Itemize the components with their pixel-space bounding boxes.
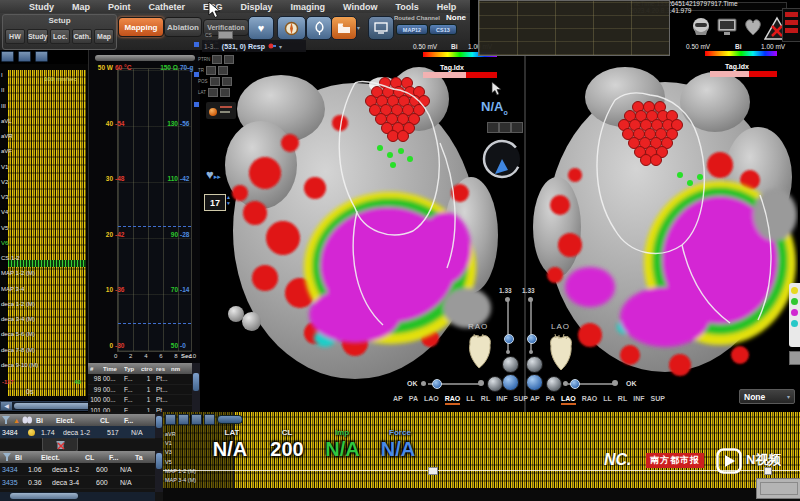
- ecg-channel-label[interactable]: II: [1, 87, 63, 93]
- menu-item[interactable]: Window: [334, 2, 386, 12]
- orient-ap[interactable]: AP: [393, 395, 403, 405]
- ecg-channel-label[interactable]: V1: [1, 164, 63, 170]
- setup-tab[interactable]: Cath.: [72, 29, 92, 44]
- tool-icon[interactable]: [178, 414, 189, 425]
- menu-item[interactable]: Study: [20, 2, 63, 12]
- points-table-header[interactable]: # Time Typ ctro res nm: [88, 363, 200, 374]
- slider-handle[interactable]: [432, 379, 442, 389]
- gain-slider[interactable]: [217, 415, 243, 424]
- setup-tab[interactable]: Study: [27, 29, 48, 44]
- menu-item[interactable]: Help: [428, 2, 466, 12]
- column-header[interactable]: #: [88, 366, 103, 372]
- toggle-checkbox[interactable]: [220, 88, 230, 97]
- table-row[interactable]: 9900... F...1 Pt...: [88, 385, 200, 396]
- orient-ll[interactable]: LL: [466, 395, 475, 405]
- location-setup-button[interactable]: [277, 16, 306, 40]
- trash-tab[interactable]: [42, 438, 78, 452]
- routed-button-map12[interactable]: MAP12: [396, 24, 428, 35]
- compass-option[interactable]: [511, 122, 523, 133]
- ecg-channel-label[interactable]: MAP 3-4: [1, 286, 63, 292]
- ecg-channel-label[interactable]: deca 5-6 (M): [1, 331, 63, 337]
- tag-legend-panel[interactable]: [789, 283, 800, 347]
- column-header[interactable]: Elect.: [41, 454, 85, 461]
- orient-rao[interactable]: RAO: [582, 395, 598, 405]
- ecg-channel-label[interactable]: deca 1-2 (M): [1, 301, 63, 307]
- view-indicator[interactable]: [194, 42, 199, 47]
- orient-rl[interactable]: RL: [618, 395, 627, 405]
- patient-head-icon[interactable]: [690, 16, 712, 38]
- column-header[interactable]: F...: [109, 454, 135, 461]
- zoom-slider[interactable]: [507, 298, 509, 353]
- menu-item[interactable]: Point: [99, 2, 140, 12]
- setup-tab[interactable]: Loc.: [50, 29, 70, 44]
- filter-icon[interactable]: [2, 416, 11, 425]
- toggle-checkbox[interactable]: [210, 77, 220, 86]
- window-icon[interactable]: [1, 51, 14, 62]
- column-header[interactable]: nm: [171, 366, 183, 372]
- orient-sup[interactable]: SUP: [650, 395, 664, 405]
- column-header[interactable]: Bi: [36, 417, 56, 424]
- orient-rl[interactable]: RL: [481, 395, 490, 405]
- orient-lao[interactable]: LAO: [561, 395, 576, 405]
- toggle-checkbox[interactable]: [206, 66, 216, 75]
- column-header[interactable]: Bi: [15, 454, 41, 461]
- column-header[interactable]: F...: [124, 417, 148, 424]
- ablation-button[interactable]: Ablation: [164, 17, 202, 37]
- pace-mini-button[interactable]: [218, 31, 233, 39]
- column-header[interactable]: Elect.: [56, 417, 100, 424]
- ecg-channel-label[interactable]: MAP 3-4 (M): [165, 477, 229, 483]
- ecg-channel-label[interactable]: deca 3-4 (M): [1, 316, 63, 322]
- table-row[interactable]: 3434 1.06 deca 1-2 600 N/A: [0, 463, 155, 476]
- heart-reference-icon[interactable]: [742, 16, 764, 38]
- ecg-channel-label[interactable]: aVL: [1, 118, 63, 124]
- mapping-button[interactable]: Mapping: [118, 17, 164, 37]
- orient-lao[interactable]: LAO: [424, 395, 439, 405]
- point-counter-field[interactable]: 17: [204, 194, 226, 211]
- chevron-down-icon[interactable]: ▾: [279, 43, 282, 50]
- selected-point-table-header[interactable]: ▲ Bi Elect. CL F...: [0, 414, 155, 426]
- tool-icon[interactable]: [165, 414, 176, 425]
- ecg-channel-label[interactable]: V3: [1, 194, 63, 200]
- column-header[interactable]: CL: [85, 454, 109, 461]
- compass-option[interactable]: [487, 122, 499, 133]
- toggle-checkbox[interactable]: [224, 55, 234, 64]
- column-header[interactable]: Typ: [124, 366, 141, 372]
- point-list-table-header[interactable]: Bi Elect. CL F... Ta: [0, 451, 155, 463]
- ecg-channel-label[interactable]: V5: [1, 225, 63, 231]
- menu-item[interactable]: Catheter: [140, 2, 195, 12]
- window-icon[interactable]: [18, 51, 31, 62]
- ecg-channel-label[interactable]: III: [1, 103, 63, 109]
- ecg-channel-label[interactable]: V6: [1, 240, 63, 246]
- toggle-checkbox[interactable]: [222, 77, 232, 86]
- ecg-channel-label[interactable]: MAP 1-2 (M): [1, 270, 63, 276]
- column-header[interactable]: ctro: [141, 366, 156, 372]
- sort-icon[interactable]: ▲: [13, 417, 20, 424]
- graph-scrollbar[interactable]: [95, 55, 195, 61]
- view-sphere-button[interactable]: [526, 356, 543, 373]
- orient-inf[interactable]: INF: [496, 395, 507, 405]
- orient-rao[interactable]: RAO: [445, 395, 461, 405]
- setup-tab[interactable]: HW: [5, 29, 25, 44]
- ecg-channel-label[interactable]: V2: [1, 179, 63, 185]
- counter-stepper[interactable]: ▲▼: [226, 194, 231, 206]
- ruler-handle[interactable]: [764, 467, 772, 475]
- snapshot-caret-icon[interactable]: ▾: [357, 25, 360, 31]
- table-row[interactable]: 10000... F...1 Pt...: [88, 395, 200, 406]
- routed-button-cs13[interactable]: CS13: [429, 24, 457, 35]
- orient-pa[interactable]: PA: [546, 395, 555, 405]
- toggle-checkbox[interactable]: [218, 66, 228, 75]
- table-scrollbar[interactable]: [155, 451, 163, 492]
- snapshot-button[interactable]: [331, 16, 357, 40]
- view-reset-button[interactable]: [502, 374, 519, 391]
- ecg-channel-label[interactable]: deca 9-10 (M): [1, 362, 63, 368]
- overlay-dropdown[interactable]: None ▾: [739, 389, 795, 404]
- toggle-checkbox[interactable]: [208, 88, 218, 97]
- column-header[interactable]: CL: [100, 417, 124, 424]
- menu-item[interactable]: Map: [63, 2, 99, 12]
- tool-icon[interactable]: [191, 414, 202, 425]
- points-table-scrollbar[interactable]: [192, 363, 200, 412]
- table-horizontal-scrollbar[interactable]: [0, 492, 155, 501]
- ecg-channel-label[interactable]: aVF: [1, 148, 63, 154]
- routed-channel-value[interactable]: None: [446, 14, 466, 22]
- ruler-handle[interactable]: [428, 467, 438, 475]
